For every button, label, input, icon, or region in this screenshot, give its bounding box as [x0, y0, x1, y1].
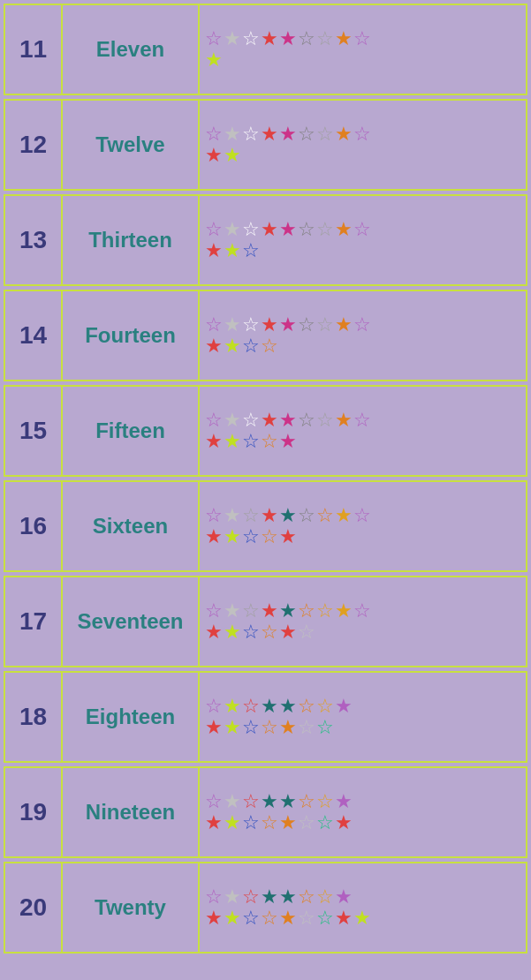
star-icon: ☆	[205, 220, 223, 239]
star-icon: ★	[224, 315, 241, 335]
star-icon: ★	[279, 124, 297, 144]
star-icon: ★	[224, 718, 241, 737]
star-icon: ☆	[205, 506, 223, 525]
star-icon: ☆	[261, 622, 278, 642]
star-icon: ☆	[353, 601, 371, 621]
star-icon: ★	[279, 622, 297, 642]
star-icon: ☆	[261, 813, 278, 833]
star-icon: ☆	[298, 601, 315, 621]
star-icon: ☆	[316, 813, 334, 833]
star-icon: ☆	[261, 908, 278, 928]
star-icon: ☆	[242, 718, 260, 737]
star-icon: ☆	[353, 124, 371, 144]
table-row: 11Eleven☆★☆★★☆☆★☆★	[4, 4, 527, 95]
main-table: 11Eleven☆★☆★★☆☆★☆★12Twelve☆★☆★★☆☆★☆★★13T…	[4, 4, 527, 954]
star-row-1: ☆★☆★★☆☆★☆	[205, 29, 520, 49]
table-row: 18Eighteen☆★☆★★☆☆★★★☆☆★☆☆	[4, 671, 527, 763]
table-row: 12Twelve☆★☆★★☆☆★☆★★	[4, 99, 527, 191]
star-row-2: ★★☆	[205, 241, 520, 260]
star-icon: ☆	[353, 506, 371, 525]
star-row-1: ☆★☆★★☆☆★	[205, 697, 520, 716]
star-icon: ☆	[298, 908, 315, 928]
star-icon: ☆	[205, 315, 223, 335]
star-icon: ★	[335, 813, 353, 833]
star-row-1: ☆★☆★★☆☆★☆	[205, 601, 520, 621]
star-icon: ☆	[316, 718, 334, 737]
star-icon: ☆	[353, 220, 371, 239]
star-icon: ☆	[205, 792, 223, 811]
star-icon: ☆	[316, 315, 334, 335]
star-icon: ★	[335, 908, 353, 928]
star-row-2: ★★☆☆★☆	[205, 622, 520, 642]
star-icon: ★	[224, 887, 241, 907]
star-icon: ★	[279, 432, 297, 451]
row-number: 17	[5, 577, 63, 666]
row-number: 19	[5, 768, 63, 856]
star-icon: ☆	[298, 887, 315, 907]
star-icon: ★	[224, 124, 241, 144]
star-icon: ☆	[242, 601, 260, 621]
star-row-1: ☆★☆★★☆☆★☆	[205, 220, 520, 239]
star-icon: ☆	[242, 432, 260, 451]
star-icon: ☆	[298, 718, 315, 737]
star-icon: ★	[224, 29, 241, 49]
star-icon: ☆	[298, 813, 315, 833]
star-icon: ☆	[261, 432, 278, 451]
table-row: 19Nineteen☆★☆★★☆☆★★★☆☆★☆☆★	[4, 766, 527, 858]
star-icon: ★	[205, 813, 223, 833]
row-stars: ☆★☆★★☆☆★★★☆☆★☆☆	[200, 673, 526, 761]
row-name: Twelve	[63, 101, 200, 189]
star-icon: ☆	[242, 792, 260, 811]
star-icon: ★	[335, 220, 353, 239]
star-icon: ★	[261, 29, 278, 49]
row-number: 11	[5, 5, 63, 94]
star-row-1: ☆★☆★★☆☆★☆	[205, 506, 520, 525]
star-icon: ☆	[316, 908, 334, 928]
star-icon: ☆	[298, 124, 315, 144]
row-name: Seventeen	[63, 577, 200, 666]
star-icon: ★	[261, 506, 278, 525]
table-row: 13Thirteen☆★☆★★☆☆★☆★★☆	[4, 194, 527, 286]
star-icon: ★	[224, 336, 241, 356]
star-row-2: ★★☆☆★☆☆★	[205, 813, 520, 833]
star-row-2: ★★☆☆★	[205, 527, 520, 547]
row-stars: ☆★☆★★☆☆★★★☆☆★☆☆★★	[200, 863, 526, 952]
row-stars: ☆★☆★★☆☆★☆★★☆☆★	[200, 482, 526, 570]
row-name: Twenty	[63, 863, 200, 952]
star-icon: ★	[279, 527, 297, 547]
star-icon: ☆	[316, 29, 334, 49]
star-icon: ★	[279, 315, 297, 335]
star-icon: ★	[279, 813, 297, 833]
star-icon: ★	[224, 601, 241, 621]
star-icon: ★	[279, 887, 297, 907]
row-name: Thirteen	[63, 196, 200, 284]
star-icon: ★	[279, 792, 297, 811]
row-number: 14	[5, 291, 63, 380]
star-icon: ☆	[298, 792, 315, 811]
row-name: Eleven	[63, 5, 200, 94]
star-icon: ☆	[261, 336, 278, 356]
star-icon: ★	[279, 718, 297, 737]
star-icon: ★	[224, 792, 241, 811]
star-icon: ☆	[205, 601, 223, 621]
star-icon: ☆	[242, 29, 260, 49]
star-icon: ★	[335, 315, 353, 335]
star-icon: ☆	[353, 29, 371, 49]
star-icon: ☆	[261, 718, 278, 737]
star-row-1: ☆★☆★★☆☆★☆	[205, 315, 520, 335]
star-icon: ★	[224, 697, 241, 716]
star-icon: ☆	[316, 506, 334, 525]
star-icon: ★	[261, 697, 278, 716]
star-icon: ★	[261, 887, 278, 907]
star-icon: ★	[279, 220, 297, 239]
star-icon: ☆	[242, 411, 260, 430]
star-icon: ☆	[298, 697, 315, 716]
star-icon: ☆	[298, 506, 315, 525]
star-icon: ☆	[205, 697, 223, 716]
star-icon: ★	[261, 792, 278, 811]
star-icon: ☆	[298, 411, 315, 430]
star-icon: ☆	[298, 220, 315, 239]
star-icon: ☆	[353, 411, 371, 430]
star-icon: ☆	[316, 411, 334, 430]
star-icon: ☆	[316, 601, 334, 621]
